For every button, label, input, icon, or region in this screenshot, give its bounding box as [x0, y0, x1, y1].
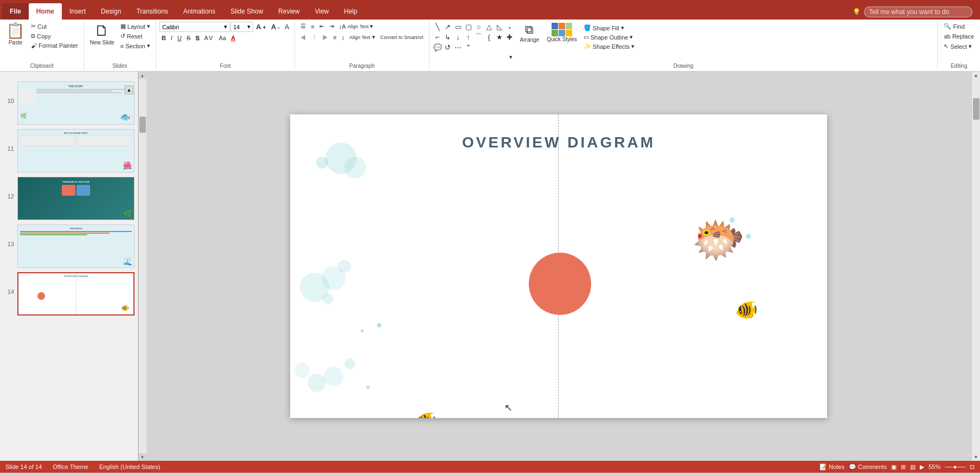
copy-button[interactable]: ⧉ Copy: [29, 31, 80, 41]
shape-down-arrow[interactable]: ↓: [453, 32, 463, 42]
line-spacing-button[interactable]: ↕: [340, 33, 347, 42]
font-name-selector[interactable]: Calibri ▾: [159, 22, 230, 32]
shape-diamond[interactable]: ⬩: [505, 22, 515, 31]
shape-l-shape[interactable]: ⌐: [433, 32, 443, 42]
right-scroll-up[interactable]: ▲: [972, 72, 980, 79]
slide-img-12[interactable]: PROBLEM VS. SOLUTION 🌿: [17, 177, 134, 220]
shape-line[interactable]: ╲: [433, 22, 443, 31]
find-button[interactable]: 🔍 Find: [941, 22, 967, 31]
quick-styles-button[interactable]: Quick Styles: [545, 22, 579, 43]
slide-thumb-10[interactable]: 10 THIS STORY 🐟 🌿: [2, 80, 136, 126]
tab-transitions[interactable]: Transitions: [129, 3, 175, 20]
decrease-indent-button[interactable]: ⇤: [317, 22, 326, 31]
panel-scroll-up[interactable]: ▲: [139, 72, 146, 79]
scroll-up-button[interactable]: ▲: [125, 86, 133, 94]
panel-scroll-track[interactable]: [139, 79, 146, 453]
slide-img-13[interactable]: PROGRESS 🌊: [17, 224, 134, 268]
slide-img-11[interactable]: DID YOU KNOW THAT? 🌺: [17, 129, 134, 172]
panel-scroll-down[interactable]: ▼: [139, 453, 146, 461]
change-case-button[interactable]: Aa: [216, 34, 228, 42]
paste-button[interactable]: 📋 Paste: [3, 22, 28, 47]
align-text-button[interactable]: Align Text ▾: [347, 33, 377, 42]
shapes-expand-button[interactable]: ▾: [507, 53, 515, 62]
underline-button[interactable]: U: [175, 34, 184, 42]
comments-button[interactable]: 💬 Comments: [849, 464, 887, 471]
normal-view-button[interactable]: ▣: [891, 464, 896, 471]
notes-button[interactable]: 📝 Notes: [819, 464, 844, 471]
slide-img-10[interactable]: THIS STORY 🐟 🌿: [17, 81, 134, 125]
align-left-button[interactable]: ⫷: [298, 33, 309, 42]
slide-sorter-button[interactable]: ⊞: [901, 464, 906, 471]
tab-home[interactable]: Home: [29, 3, 62, 20]
shape-arrow[interactable]: ↗: [443, 22, 453, 31]
increase-font-button[interactable]: A+: [254, 22, 268, 32]
cut-button[interactable]: ✂ Cut: [29, 22, 80, 31]
tab-insert[interactable]: Insert: [62, 3, 93, 20]
shape-effects-button[interactable]: ✨ Shape Effects ▾: [581, 42, 637, 50]
strikethrough-button[interactable]: S: [184, 34, 193, 42]
slide-viewport[interactable]: OVERVIEW DIAGRAM 🐠 �: [146, 72, 971, 461]
shape-fill-button[interactable]: 🪣 Shape Fill ▾: [581, 24, 637, 32]
bullets-button[interactable]: ☰: [298, 22, 308, 31]
shape-outline-button[interactable]: ▭ Shape Outline ▾: [581, 33, 637, 41]
shape-triangle[interactable]: △: [484, 22, 494, 31]
zoom-slider[interactable]: ──●──: [945, 464, 965, 471]
tab-design[interactable]: Design: [93, 3, 129, 20]
fit-button[interactable]: ⊡: [970, 464, 975, 471]
slideshow-button[interactable]: ▶: [920, 464, 924, 471]
shadow-button[interactable]: S: [193, 34, 201, 42]
right-scroll-track[interactable]: [972, 79, 980, 453]
shape-bend-arrow[interactable]: ↳: [443, 32, 453, 42]
bold-button[interactable]: B: [159, 34, 168, 42]
convert-smartart-button[interactable]: Convert to SmartArt: [378, 34, 426, 41]
center-align-button[interactable]: ⋮: [309, 33, 319, 42]
arrange-button[interactable]: ⧉ Arrange: [517, 22, 543, 44]
shape-cross[interactable]: ✚: [505, 32, 515, 42]
shape-rounded-rect[interactable]: ▢: [464, 22, 473, 31]
select-button[interactable]: ↖ Select ▾: [941, 42, 975, 51]
shape-curved-line[interactable]: ⌒: [474, 32, 484, 42]
char-spacing-button[interactable]: AV: [202, 34, 216, 42]
shape-right-angle[interactable]: ◺: [495, 22, 504, 31]
increase-indent-button[interactable]: ⇥: [327, 22, 336, 31]
tab-help[interactable]: Help: [336, 3, 365, 20]
slide-thumb-14[interactable]: 14 OVERVIEW DIAGRAM 🐠: [2, 271, 136, 317]
format-painter-button[interactable]: 🖌 Format Painter: [29, 41, 80, 50]
panel-scroll-handle[interactable]: [139, 117, 146, 133]
new-slide-button[interactable]: 🗋 New Slide: [87, 22, 117, 47]
section-button[interactable]: ≡ Section ▾: [118, 41, 152, 50]
shape-circle[interactable]: ○: [474, 22, 484, 31]
shape-rect[interactable]: ▭: [453, 22, 463, 31]
shape-up-arrow[interactable]: ↑: [464, 32, 473, 42]
align-right-button[interactable]: ⫸: [320, 33, 330, 42]
slide-thumb-11[interactable]: 11 DID YOU KNOW THAT? 🌺: [2, 128, 136, 173]
text-direction-button[interactable]: ↕A Align Text ▾: [337, 22, 376, 31]
shape-star[interactable]: ★: [495, 32, 504, 42]
layout-button[interactable]: ▦ Layout ▾: [118, 22, 152, 31]
right-scroll-handle[interactable]: [973, 98, 979, 120]
shape-callout[interactable]: 💬: [433, 42, 443, 52]
font-size-selector[interactable]: 14 ▾: [230, 22, 253, 32]
tab-animations[interactable]: Animations: [176, 3, 223, 20]
shape-chevron-up[interactable]: ⌃: [464, 42, 473, 52]
tab-slideshow[interactable]: Slide Show: [223, 3, 271, 20]
shape-bracket[interactable]: {: [484, 32, 494, 42]
replace-button[interactable]: ab Replace: [941, 32, 977, 41]
reset-button[interactable]: ↺ Reset: [118, 31, 152, 41]
slide-thumb-13[interactable]: 13 PROGRESS 🌊: [2, 223, 136, 269]
clear-format-button[interactable]: A: [283, 22, 292, 32]
tab-review[interactable]: Review: [271, 3, 307, 20]
tell-me-input[interactable]: [864, 7, 972, 17]
italic-button[interactable]: I: [169, 34, 175, 42]
tab-file[interactable]: File: [2, 3, 29, 20]
decrease-font-button[interactable]: A-: [269, 22, 282, 32]
font-color-button[interactable]: A: [229, 34, 238, 42]
tab-view[interactable]: View: [307, 3, 336, 20]
numbering-button[interactable]: ≡: [309, 22, 316, 31]
reading-view-button[interactable]: ▤: [910, 464, 915, 471]
justify-button[interactable]: ≡: [331, 33, 338, 42]
slide-thumb-12[interactable]: 12 PROBLEM VS. SOLUTION 🌿: [2, 176, 136, 221]
slide-img-14[interactable]: OVERVIEW DIAGRAM 🐠: [17, 272, 134, 316]
shape-more[interactable]: ⋯: [453, 42, 463, 52]
shape-curved-arrow[interactable]: ↺: [443, 42, 453, 52]
